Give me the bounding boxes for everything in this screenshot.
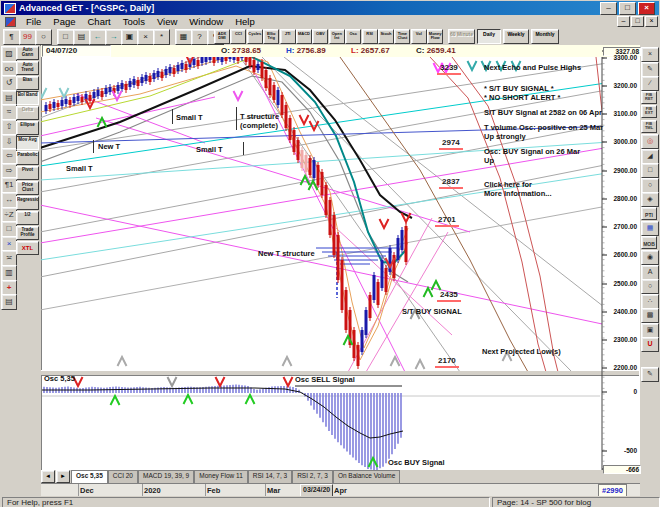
pti-icon[interactable]: PTI <box>641 207 657 220</box>
menu-item-tools[interactable]: Tools <box>117 15 151 28</box>
study-button-rsi[interactable]: RSI <box>362 29 378 44</box>
arrow-left-icon[interactable]: ⇦ <box>1 148 17 164</box>
date-box[interactable]: 04/07/20 <box>42 45 111 57</box>
study-tool-xtl[interactable]: XTL <box>16 241 39 255</box>
study-button-cycles[interactable]: Cycles <box>247 29 263 44</box>
chart-page-icon[interactable]: ▤ <box>1 294 17 310</box>
minimize-button[interactable]: – <box>600 2 617 15</box>
elliott-wave-icon[interactable]: ≈ <box>1 104 17 120</box>
study-tool-1-2[interactable]: 1/2 <box>16 211 39 225</box>
study-button-osc[interactable]: Osc <box>345 29 361 44</box>
circle-tool-icon[interactable]: ◎ <box>641 134 659 149</box>
study-tool-price-clust[interactable]: Price Clust <box>16 181 39 195</box>
menu-item-chart[interactable]: Chart <box>82 15 117 28</box>
quote-99-icon[interactable]: 99 <box>19 29 36 45</box>
star-tool-icon[interactable]: ◈ <box>641 192 659 207</box>
open-save-icon[interactable]: ▤ <box>73 29 90 45</box>
delete-icon[interactable]: × <box>137 29 154 45</box>
timeframe-weekly-button[interactable]: Weekly <box>503 29 529 44</box>
timeframe-monthly-button[interactable]: Monthly <box>531 29 559 44</box>
arrow-right-icon[interactable]: ⇨ <box>1 163 17 179</box>
refresh-icon[interactable]: * <box>153 29 170 45</box>
study-tool-trade-profile[interactable]: Trade Profile <box>16 226 39 240</box>
tab-scroll-left-button[interactable]: ◄ <box>41 470 55 483</box>
grid2-icon[interactable]: ▩ <box>641 308 659 323</box>
tab-osc-5-35[interactable]: Osc 5,35 <box>71 470 108 483</box>
study-button-jti[interactable]: JTI <box>280 29 296 44</box>
tif-icon[interactable]: ▥ <box>1 265 17 281</box>
study-button-macd[interactable]: MACD <box>296 29 312 44</box>
arrow-down-icon[interactable]: ⇩ <box>1 134 17 150</box>
panel-divider[interactable] <box>41 370 639 376</box>
tab-scroll-right-button[interactable]: ► <box>56 470 70 483</box>
study-button-obv[interactable]: OBV <box>312 29 328 44</box>
zoom-tool-icon[interactable]: ○ <box>641 279 659 294</box>
gann-fan-icon[interactable]: ◢ <box>641 149 659 164</box>
rectangle-icon[interactable]: □ <box>1 221 17 237</box>
study-tool-mov-avg[interactable]: Mov Avg <box>16 136 39 150</box>
chart-zoom-icon[interactable]: ◉ <box>641 250 659 265</box>
dots-tool-icon[interactable]: ∴ <box>641 294 659 309</box>
study-icon[interactable]: ▤ <box>1 90 17 106</box>
study-button-vol[interactable]: Vol <box>411 29 427 44</box>
tab-macd-19-39-9[interactable]: MACD 19, 39, 9 <box>138 470 194 483</box>
pointer-icon[interactable]: ¶ <box>3 29 20 45</box>
fib-extension-icon[interactable]: FIB EXT <box>641 105 657 118</box>
rectangle-tool-icon[interactable]: □ <box>641 163 659 178</box>
undo-icon[interactable]: U <box>641 337 659 352</box>
cross-icon[interactable]: + <box>1 280 17 296</box>
study-tool-bol-band[interactable]: Bol Band <box>16 91 39 105</box>
timeframe-daily-button[interactable]: Daily <box>477 29 501 44</box>
timeframe-60-minute-button[interactable]: 60 Minute <box>448 29 475 44</box>
tab-rsi-14-7-3[interactable]: RSI 14, 7, 3 <box>248 470 292 483</box>
mdi-maximize-button[interactable]: □ <box>631 16 644 27</box>
study-tool-parabolic[interactable]: Parabolic <box>16 151 39 165</box>
open-chart-icon[interactable]: ▨ <box>1 46 17 62</box>
mdi-close-button[interactable]: × <box>645 16 658 27</box>
text-tool-icon[interactable]: A <box>641 265 659 280</box>
study-button-stoch[interactable]: Stoch <box>378 29 394 44</box>
study-button-open-int[interactable]: Open Int <box>329 29 345 44</box>
gann-lines-icon[interactable]: ≍ <box>1 250 17 266</box>
copy-icon[interactable]: ▣ <box>641 323 659 338</box>
study-button-ellio-trig[interactable]: Ellio Trig <box>263 29 279 44</box>
study-tool-auto-trend[interactable]: Auto Trend <box>16 61 39 75</box>
menu-item-view[interactable]: View <box>151 15 183 28</box>
study-tool-ellipse[interactable]: Ellipse <box>16 121 39 135</box>
menu-item-page[interactable]: Page <box>47 15 81 28</box>
arrow-up-icon[interactable]: ⇧ <box>1 119 17 135</box>
paragraph-icon[interactable]: ¶1 <box>1 177 17 193</box>
binoculars-icon[interactable]: oo <box>1 61 17 77</box>
study-tool-auto-gann[interactable]: Auto Gann <box>16 46 39 60</box>
divide-icon[interactable]: ÷Z <box>1 207 17 223</box>
expand-icon[interactable]: ↔ <box>1 192 17 208</box>
study-button-time-clust[interactable]: Time Clust <box>394 29 410 44</box>
paste-icon[interactable]: ▣ <box>121 29 138 45</box>
close-button[interactable]: × <box>638 2 655 15</box>
lines-icon[interactable]: × <box>1 236 17 252</box>
mob-icon[interactable]: MOB <box>641 236 657 249</box>
trendline-icon[interactable]: ∕ <box>641 76 659 91</box>
study-button-adx-dmi[interactable]: ADX DMI <box>214 29 230 44</box>
tab-cci-20[interactable]: CCI 20 <box>108 470 138 483</box>
ellipse-tool-icon[interactable]: ○ <box>641 178 659 193</box>
menu-item-file[interactable]: File <box>20 15 47 28</box>
menu-item-window[interactable]: Window <box>183 15 229 28</box>
tab-on-balance-volume[interactable]: On Balance Volume <box>333 470 400 483</box>
maximize-button[interactable]: □ <box>619 2 636 15</box>
auto-reset-icon[interactable]: ↺ <box>1 75 17 91</box>
study-button-cci[interactable]: CCI <box>230 29 246 44</box>
study-button-money-flow[interactable]: Money Flow <box>427 29 443 44</box>
next-arrow-icon[interactable]: → <box>105 29 122 45</box>
study-tool-bias[interactable]: Bias <box>16 76 39 90</box>
study-tool-regression[interactable]: Regression <box>16 196 39 210</box>
study-tool-pivot[interactable]: Pivot <box>16 166 39 180</box>
grid-icon[interactable]: ▦ <box>641 221 659 236</box>
about-icon[interactable]: ? <box>191 29 208 45</box>
delete-tool-icon[interactable]: × <box>641 47 659 62</box>
print-icon[interactable]: ▦ <box>175 29 192 45</box>
chart-canvas[interactable] <box>41 57 640 470</box>
tab-money-flow-11[interactable]: Money Flow 11 <box>194 470 248 483</box>
menu-item-help[interactable]: Help <box>229 15 261 28</box>
prev-arrow-icon[interactable]: ← <box>89 29 106 45</box>
